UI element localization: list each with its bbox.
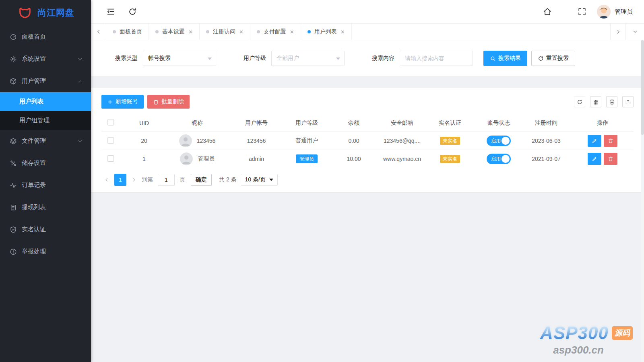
goto-page-input[interactable] [158, 174, 175, 186]
caret-down-icon [208, 58, 212, 60]
cell-nickname: 管理员 [198, 155, 215, 162]
tab-dot [308, 30, 311, 33]
avatar[interactable] [597, 5, 611, 19]
status-toggle[interactable]: 启用 [487, 154, 511, 164]
close-icon[interactable]: ✕ [239, 29, 244, 35]
tab-user-list[interactable]: 用户列表 ✕ [301, 24, 352, 40]
column-filter-button[interactable] [590, 96, 601, 107]
topbar: 管理员 [91, 0, 644, 23]
total-count-label: 共 2 条 [219, 176, 237, 183]
col-reg-time: 注册时间 [521, 114, 572, 132]
close-icon[interactable]: ✕ [341, 29, 345, 35]
reset-icon [538, 56, 544, 62]
select-all-checkbox[interactable] [107, 119, 114, 125]
sidebar-item-order-records[interactable]: 订单记录 [0, 174, 91, 196]
sidebar-item-file-management[interactable]: 文件管理 [0, 130, 91, 152]
scrollbar[interactable] [641, 40, 644, 362]
table-refresh-button[interactable] [574, 96, 585, 107]
fullscreen-icon[interactable] [578, 7, 586, 16]
home-icon[interactable] [543, 7, 552, 16]
chevron-down-icon [77, 56, 83, 62]
tab-basic-settings[interactable]: 基本设置 ✕ [149, 24, 200, 40]
batch-delete-button[interactable]: 批量删除 [147, 95, 190, 109]
scrollbar-thumb[interactable] [641, 40, 644, 135]
col-actions: 操作 [572, 114, 634, 132]
chevron-up-icon [77, 78, 83, 84]
tabs-scroll-right-icon[interactable] [610, 24, 625, 40]
layers-icon [10, 138, 17, 145]
close-icon[interactable]: ✕ [290, 29, 294, 35]
page-size-select[interactable]: 10 条/页 [241, 174, 278, 186]
cell-uid: 1 [120, 150, 168, 168]
search-button[interactable]: 搜索结果 [483, 51, 527, 66]
user-avatar-icon [180, 152, 193, 165]
gear-icon [10, 56, 17, 63]
cell-account: admin [226, 150, 287, 168]
tab-dashboard[interactable]: 面板首页 [106, 24, 149, 40]
page-number-button[interactable]: 1 [114, 174, 126, 186]
info-circle-icon [10, 248, 17, 255]
print-icon [609, 99, 615, 105]
page-unit-label: 页 [180, 176, 185, 183]
sidebar-item-realname-auth[interactable]: 实名认证 [0, 218, 91, 241]
brand-name: 尚江网盘 [37, 7, 74, 19]
search-icon [490, 56, 496, 62]
search-type-select[interactable]: 帐号搜索 [143, 51, 216, 66]
row-checkbox[interactable] [107, 155, 114, 162]
delete-button[interactable] [604, 153, 617, 165]
brand-logo[interactable]: 尚江网盘 [0, 0, 91, 26]
sidebar-item-user-group[interactable]: 用户组管理 [0, 111, 91, 130]
toggle-knob [502, 155, 510, 163]
sidebar-item-withdraw-list[interactable]: 提现列表 [0, 196, 91, 218]
sidebar-item-user-management[interactable]: 用户管理 [0, 70, 91, 92]
sidebar-item-system-settings[interactable]: 系统设置 [0, 48, 91, 70]
confirm-page-button[interactable]: 确定 [191, 174, 212, 186]
toggle-knob [502, 137, 510, 145]
col-level: 用户等级 [287, 114, 327, 132]
reset-search-button[interactable]: 重置搜索 [531, 51, 575, 66]
delete-button[interactable] [604, 135, 617, 147]
col-realname: 实名认证 [423, 114, 477, 132]
current-user-name[interactable]: 管理员 [615, 8, 633, 16]
tabs-scroll-left-icon[interactable] [91, 24, 106, 40]
col-email: 安全邮箱 [381, 114, 423, 132]
chevron-down-icon [77, 138, 83, 144]
cell-nickname: 123456 [197, 138, 216, 144]
tab-dot [113, 30, 116, 33]
cell-balance: 0.00 [327, 132, 381, 150]
table-panel: 新增账号 批量删除 [91, 88, 644, 192]
sidebar-item-dashboard[interactable]: 面板首页 [0, 26, 91, 48]
tab-payment-config[interactable]: 支付配置 ✕ [250, 24, 301, 40]
cell-level: 普通用户 [287, 132, 327, 150]
sidebar-item-report-handling[interactable]: 举报处理 [0, 241, 91, 263]
edit-button[interactable] [588, 153, 601, 165]
row-checkbox[interactable] [107, 137, 114, 144]
sidebar-item-user-list[interactable]: 用户列表 [0, 92, 91, 111]
table-header-row: UID 昵称 用户帐号 用户等级 余额 安全邮箱 实名认证 账号状态 注册时间 … [101, 114, 634, 132]
user-avatar-icon [179, 134, 192, 147]
next-page-icon[interactable] [129, 174, 139, 186]
refresh-icon[interactable] [128, 7, 137, 16]
status-toggle[interactable]: 启用 [487, 136, 511, 146]
cell-reg-time: 2021-09-07 [521, 150, 572, 168]
prev-page-icon[interactable] [101, 174, 112, 186]
columns-icon [593, 99, 599, 105]
user-table: UID 昵称 用户帐号 用户等级 余额 安全邮箱 实名认证 账号状态 注册时间 … [101, 114, 634, 168]
search-input[interactable] [400, 51, 473, 66]
tab-register-access[interactable]: 注册访问 ✕ [200, 24, 250, 40]
export-button[interactable] [622, 96, 634, 107]
realname-badge: 未实名 [440, 155, 460, 163]
edit-button[interactable] [588, 135, 601, 147]
caret-down-icon [336, 58, 340, 60]
plus-icon [107, 99, 113, 105]
print-button[interactable] [606, 96, 617, 107]
sidebar-item-storage-settings[interactable]: 储存设置 [0, 152, 91, 174]
user-management-submenu: 用户列表 用户组管理 [0, 92, 91, 130]
user-level-select[interactable]: 全部用户 [271, 51, 345, 66]
col-nickname: 昵称 [168, 114, 226, 132]
menu-fold-icon[interactable] [106, 7, 115, 16]
document-icon [10, 204, 17, 211]
close-icon[interactable]: ✕ [188, 29, 193, 35]
tabs-menu-icon[interactable] [625, 24, 644, 40]
add-account-button[interactable]: 新增账号 [101, 95, 144, 109]
